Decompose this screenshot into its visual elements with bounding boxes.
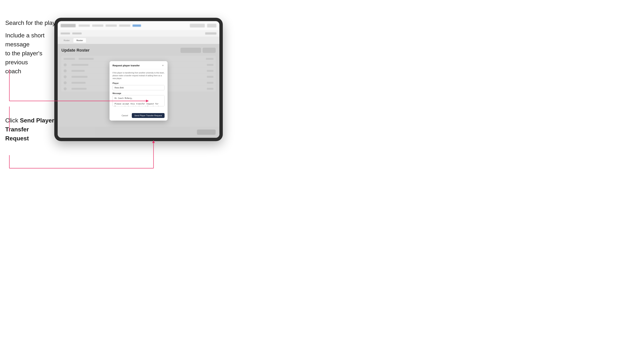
- send-transfer-request-button[interactable]: Send Player Transfer Request: [132, 113, 164, 118]
- tablet-device: Roster Roster Update Roster: [54, 18, 223, 141]
- modal-footer: Cancel Send Player Transfer Request: [110, 111, 168, 121]
- sub-header-item: [61, 32, 70, 34]
- sub-header-item: [72, 32, 82, 34]
- annotation-message: Include a short message to the player's …: [5, 31, 58, 76]
- nav-item: [79, 24, 90, 27]
- modal-header: Request player transfer ×: [110, 61, 168, 69]
- nav-item-active: [132, 24, 141, 27]
- sub-header-right: [205, 32, 216, 35]
- app-logo: [61, 24, 76, 27]
- app-header: [58, 21, 220, 30]
- modal-body: If the player is transferring from anoth…: [110, 69, 168, 111]
- modal-description: If the player is transferring from anoth…: [112, 71, 164, 80]
- annotation-click: Click Send Player Transfer Request: [5, 116, 62, 143]
- modal-close-button[interactable]: ×: [161, 64, 164, 67]
- header-button: [190, 24, 205, 27]
- player-form-group: Player: [112, 82, 164, 90]
- request-transfer-modal: Request player transfer × If the player …: [110, 61, 168, 121]
- header-right: [190, 24, 216, 27]
- content-area: Update Roster: [58, 44, 220, 138]
- message-textarea[interactable]: Hi Coach McHarg, Please accept this tran…: [112, 95, 164, 106]
- player-label: Player: [112, 82, 164, 84]
- annotation-search: Search for the player.: [5, 19, 62, 27]
- tablet-outer: Roster Roster Update Roster: [54, 18, 223, 141]
- header-button: [207, 24, 216, 27]
- tablet-screen: Roster Roster Update Roster: [58, 21, 220, 138]
- sub-header: [58, 30, 220, 37]
- message-label: Message: [112, 92, 164, 94]
- tab-bar: Roster Roster: [58, 37, 220, 44]
- nav-item: [119, 24, 130, 27]
- cancel-button[interactable]: Cancel: [120, 113, 130, 118]
- modal-title: Request player transfer: [112, 64, 140, 67]
- player-input[interactable]: [112, 85, 164, 90]
- nav-items: [79, 24, 141, 27]
- nav-item: [92, 24, 103, 27]
- message-form-group: Message Hi Coach McHarg, Please accept t…: [112, 92, 164, 107]
- tab-roster: Roster: [61, 38, 73, 43]
- modal-overlay: Request player transfer × If the player …: [58, 44, 220, 138]
- tab-active: Roster: [74, 38, 86, 43]
- nav-item: [106, 24, 117, 27]
